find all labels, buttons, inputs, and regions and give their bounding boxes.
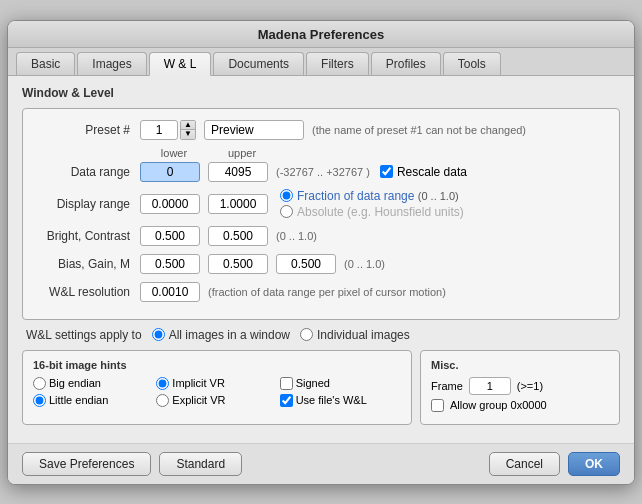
- wl-resolution-row: W&L resolution (fraction of data range p…: [35, 281, 607, 303]
- preset-name-input[interactable]: [204, 120, 304, 140]
- absolute-label: Absolute (e.g. Hounsfield units): [297, 205, 464, 219]
- big-endian-label: Big endian: [49, 377, 101, 389]
- footer-right: Cancel OK: [489, 452, 620, 476]
- display-range-row: Display range Fraction of data range (0 …: [35, 189, 607, 219]
- data-range-lower-input[interactable]: [140, 162, 200, 182]
- preset-down-btn[interactable]: ▼: [181, 130, 195, 139]
- misc-title: Misc.: [431, 359, 609, 371]
- tab-profiles[interactable]: Profiles: [371, 52, 441, 75]
- window-title: Madena Preferences: [258, 27, 384, 42]
- main-panel: Preset # ▲ ▼ (the name of preset #1 can …: [22, 108, 620, 320]
- allow-group-row: Allow group 0x0000: [431, 399, 609, 412]
- implicit-vr-radio[interactable]: [156, 377, 169, 390]
- frame-label: Frame: [431, 380, 463, 392]
- gain-input[interactable]: [208, 254, 268, 274]
- big-endian-radio[interactable]: [33, 377, 46, 390]
- rescale-wrap: Rescale data: [380, 165, 467, 179]
- bias-gain-row: Bias, Gain, M (0 .. 1.0): [35, 253, 607, 275]
- preset-stepper[interactable]: ▲ ▼: [180, 120, 196, 140]
- footer: Save Preferences Standard Cancel OK: [8, 443, 634, 484]
- fraction-radio-row: Fraction of data range (0 .. 1.0): [280, 189, 464, 203]
- little-endian-radio[interactable]: [33, 394, 46, 407]
- bias-gain-hint: (0 .. 1.0): [344, 258, 385, 270]
- rescale-label: Rescale data: [397, 165, 467, 179]
- fraction-radio[interactable]: [280, 189, 293, 202]
- frame-row: Frame (>=1): [431, 377, 609, 395]
- wl-resolution-label: W&L resolution: [35, 285, 140, 299]
- fraction-hint: (0 .. 1.0): [418, 190, 459, 202]
- preferences-window: Madena Preferences Basic Images W & L Do…: [7, 20, 635, 485]
- ok-button[interactable]: OK: [568, 452, 620, 476]
- footer-left: Save Preferences Standard: [22, 452, 242, 476]
- bright-contrast-label: Bright, Contrast: [35, 229, 140, 243]
- wl-resolution-hint: (fraction of data range per pixel of cur…: [208, 286, 446, 298]
- misc-panel: Misc. Frame (>=1) Allow group 0x0000: [420, 350, 620, 425]
- all-images-label: All images in a window: [169, 328, 290, 342]
- display-range-upper-input[interactable]: [208, 194, 268, 214]
- standard-button[interactable]: Standard: [159, 452, 242, 476]
- individual-radio[interactable]: [300, 328, 313, 341]
- section-title: Window & Level: [22, 86, 620, 100]
- rescale-checkbox[interactable]: [380, 165, 393, 178]
- save-preferences-button[interactable]: Save Preferences: [22, 452, 151, 476]
- frame-input[interactable]: [469, 377, 511, 395]
- little-endian-row: Little endian: [33, 394, 154, 407]
- implicit-vr-label: Implicit VR: [172, 377, 225, 389]
- tab-basic[interactable]: Basic: [16, 52, 75, 75]
- tab-documents[interactable]: Documents: [213, 52, 304, 75]
- tab-filters[interactable]: Filters: [306, 52, 369, 75]
- fraction-label: Fraction of data range (0 .. 1.0): [297, 189, 459, 203]
- display-range-lower-input[interactable]: [140, 194, 200, 214]
- bright-contrast-hint: (0 .. 1.0): [276, 230, 317, 242]
- bottom-panels: 16-bit image hints Big endian Implicit V…: [22, 350, 620, 425]
- allow-group-checkbox[interactable]: [431, 399, 444, 412]
- preset-input[interactable]: [140, 120, 178, 140]
- signed-row: Signed: [280, 377, 401, 390]
- data-range-row: Data range (-32767 .. +32767 ) Rescale d…: [35, 161, 607, 183]
- tab-tools[interactable]: Tools: [443, 52, 501, 75]
- individual-label: Individual images: [317, 328, 410, 342]
- preset-hint: (the name of preset #1 can not be change…: [312, 124, 526, 136]
- all-images-radio-row: All images in a window: [152, 328, 290, 342]
- bias-input[interactable]: [140, 254, 200, 274]
- hints-panel: 16-bit image hints Big endian Implicit V…: [22, 350, 412, 425]
- bright-input[interactable]: [140, 226, 200, 246]
- use-file-wl-checkbox[interactable]: [280, 394, 293, 407]
- absolute-radio-row: Absolute (e.g. Hounsfield units): [280, 205, 464, 219]
- lower-header: lower: [140, 147, 208, 159]
- tab-bar: Basic Images W & L Documents Filters Pro…: [8, 48, 634, 76]
- signed-checkbox[interactable]: [280, 377, 293, 390]
- contrast-input[interactable]: [208, 226, 268, 246]
- cancel-button[interactable]: Cancel: [489, 452, 560, 476]
- frame-hint: (>=1): [517, 380, 543, 392]
- implicit-vr-row: Implicit VR: [156, 377, 277, 390]
- titlebar: Madena Preferences: [8, 21, 634, 48]
- bright-contrast-row: Bright, Contrast (0 .. 1.0): [35, 225, 607, 247]
- tab-wl[interactable]: W & L: [149, 52, 212, 76]
- data-range-label: Data range: [35, 165, 140, 179]
- hints-grid: Big endian Implicit VR Signed Little end…: [33, 377, 401, 407]
- absolute-radio[interactable]: [280, 205, 293, 218]
- main-content: Window & Level Preset # ▲ ▼ (the name of…: [8, 76, 634, 443]
- all-images-radio[interactable]: [152, 328, 165, 341]
- allow-group-label: Allow group 0x0000: [450, 399, 547, 411]
- upper-header: upper: [208, 147, 276, 159]
- col-headers: lower upper: [140, 147, 607, 159]
- wl-apply-label: W&L settings apply to: [26, 328, 142, 342]
- data-range-upper-input[interactable]: [208, 162, 268, 182]
- tab-images[interactable]: Images: [77, 52, 146, 75]
- bias-gain-label: Bias, Gain, M: [35, 257, 140, 271]
- data-range-hint: (-32767 .. +32767 ): [276, 166, 370, 178]
- wl-apply-row: W&L settings apply to All images in a wi…: [22, 328, 620, 342]
- preset-label: Preset #: [35, 123, 140, 137]
- signed-label: Signed: [296, 377, 330, 389]
- display-range-radio-group: Fraction of data range (0 .. 1.0) Absolu…: [280, 189, 464, 219]
- individual-radio-row: Individual images: [300, 328, 410, 342]
- display-range-label: Display range: [35, 197, 140, 211]
- explicit-vr-radio[interactable]: [156, 394, 169, 407]
- m-input[interactable]: [276, 254, 336, 274]
- wl-resolution-input[interactable]: [140, 282, 200, 302]
- explicit-vr-label: Explicit VR: [172, 394, 225, 406]
- big-endian-row: Big endian: [33, 377, 154, 390]
- explicit-vr-row: Explicit VR: [156, 394, 277, 407]
